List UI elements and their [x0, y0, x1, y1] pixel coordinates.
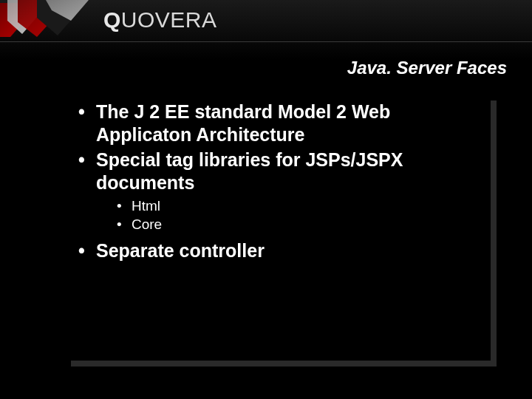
- slide-title: Java. Server Faces: [347, 58, 507, 78]
- list-item: Html: [117, 197, 477, 216]
- sub-bullet-text: Core: [132, 216, 162, 232]
- list-item: Core: [117, 216, 477, 234]
- bullet-text: Separate controller: [96, 240, 265, 261]
- bullet-text: Special tag libraries for JSPs/JSPX docu…: [96, 149, 403, 193]
- top-bar: QUOVERA: [0, 0, 532, 42]
- content-area: The J 2 EE standard Model 2 Web Applicat…: [65, 95, 491, 361]
- slide: QUOVERA Java. Server Faces The J 2 EE st…: [0, 0, 532, 399]
- sub-bullet-text: Html: [132, 198, 160, 214]
- list-item: Special tag libraries for JSPs/JSPX docu…: [78, 149, 477, 234]
- brand-q: Q: [103, 7, 121, 32]
- corner-art-icon: [0, 0, 96, 41]
- brand-rest: UOVERA: [121, 7, 217, 32]
- brand-logo: QUOVERA: [103, 7, 217, 33]
- content-box: The J 2 EE standard Model 2 Web Applicat…: [65, 95, 491, 361]
- bullet-list: The J 2 EE standard Model 2 Web Applicat…: [78, 100, 477, 263]
- sub-bullet-list: Html Core: [96, 197, 477, 233]
- list-item: Separate controller: [78, 239, 477, 262]
- bullet-text: The J 2 EE standard Model 2 Web Applicat…: [96, 101, 390, 145]
- list-item: The J 2 EE standard Model 2 Web Applicat…: [78, 100, 477, 147]
